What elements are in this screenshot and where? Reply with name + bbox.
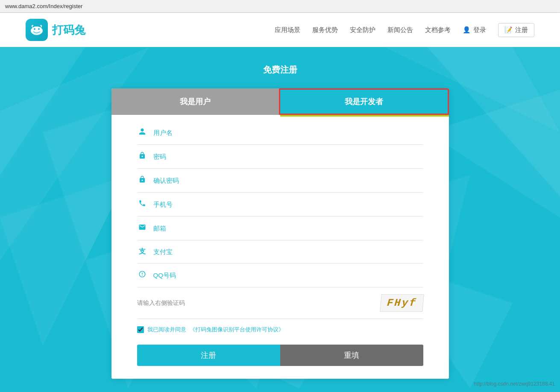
qq-icon bbox=[137, 270, 147, 280]
tab-header: 我是用户 我是开发者 bbox=[111, 88, 449, 115]
user-icon bbox=[137, 128, 147, 137]
password-input[interactable] bbox=[153, 153, 423, 160]
phone-input[interactable] bbox=[153, 201, 423, 208]
nav-security[interactable]: 安全防护 bbox=[350, 26, 375, 34]
register-nav-button[interactable]: 📝 注册 bbox=[498, 23, 534, 37]
main-bg: 免费注册 我是用户 我是开发者 bbox=[0, 47, 560, 392]
person-icon: 👤 bbox=[463, 26, 471, 34]
qq-input[interactable] bbox=[153, 272, 423, 279]
form-body: 支 请输入右侧验证码 FHyf 我已阅读并同意 《打码兔图像识别平台使用许 bbox=[111, 117, 449, 379]
phone-row bbox=[137, 193, 423, 216]
register-nav-icon: 📝 bbox=[504, 26, 513, 34]
alipay-icon: 支 bbox=[137, 247, 147, 256]
register-nav-label: 注册 bbox=[515, 26, 528, 34]
alipay-input[interactable] bbox=[153, 248, 423, 255]
tab-developer[interactable]: 我是开发者 bbox=[279, 88, 449, 115]
registration-card: 我是用户 我是开发者 bbox=[111, 88, 449, 379]
nav-application-scene[interactable]: 应用场景 bbox=[275, 26, 300, 34]
login-button[interactable]: 👤 登录 bbox=[463, 26, 486, 34]
qq-row bbox=[137, 263, 423, 287]
agreement-checkbox[interactable] bbox=[137, 326, 144, 333]
logo-icon bbox=[26, 19, 48, 41]
confirm-password-input[interactable] bbox=[153, 177, 423, 184]
agreement-link[interactable]: 《打码兔图像识别平台使用许可协议》 bbox=[190, 326, 284, 333]
captcha-label: 请输入右侧验证码 bbox=[137, 299, 185, 307]
tab-user[interactable]: 我是用户 bbox=[111, 88, 279, 115]
svg-point-1 bbox=[32, 26, 42, 33]
svg-marker-7 bbox=[0, 175, 128, 346]
url-text: www.dama2.com/Index/register bbox=[5, 3, 82, 9]
logo-text: 打码兔 bbox=[52, 23, 85, 38]
email-row bbox=[137, 216, 423, 240]
captcha-input[interactable] bbox=[191, 299, 375, 307]
phone-icon bbox=[137, 199, 147, 209]
captcha-row: 请输入右侧验证码 FHyf bbox=[137, 287, 423, 319]
username-input[interactable] bbox=[153, 129, 423, 136]
lock-confirm-icon bbox=[137, 176, 147, 185]
username-row bbox=[137, 121, 423, 145]
svg-point-3 bbox=[38, 28, 40, 30]
password-row bbox=[137, 145, 423, 169]
agreement-text: 我已阅读并同意 bbox=[147, 326, 186, 333]
nav-news[interactable]: 新闻公告 bbox=[387, 26, 413, 34]
logo-svg bbox=[29, 22, 44, 38]
reset-button[interactable]: 重填 bbox=[280, 345, 423, 366]
lock-icon bbox=[137, 152, 147, 161]
watermark: http://blog.csdn.net/zwq9123188.41 bbox=[474, 381, 555, 387]
logo-area: 打码兔 bbox=[26, 19, 85, 41]
svg-point-2 bbox=[34, 28, 35, 30]
email-icon bbox=[137, 223, 147, 233]
page-title: 免费注册 bbox=[9, 64, 551, 76]
button-row: 注册 重填 bbox=[137, 345, 423, 366]
address-bar: www.dama2.com/Index/register bbox=[0, 0, 560, 13]
navbar: 打码兔 应用场景 服务优势 安全防护 新闻公告 文档参考 👤 登录 📝 注册 bbox=[0, 13, 560, 47]
login-label: 登录 bbox=[473, 26, 486, 34]
nav-links: 应用场景 服务优势 安全防护 新闻公告 文档参考 👤 登录 📝 注册 bbox=[275, 23, 534, 37]
email-input[interactable] bbox=[153, 225, 423, 232]
nav-docs[interactable]: 文档参考 bbox=[425, 26, 451, 34]
captcha-image[interactable]: FHyf bbox=[380, 294, 424, 312]
register-button[interactable]: 注册 bbox=[137, 345, 280, 366]
confirm-password-row bbox=[137, 169, 423, 193]
nav-service-advantage[interactable]: 服务优势 bbox=[312, 26, 338, 34]
alipay-row: 支 bbox=[137, 240, 423, 263]
agreement-row: 我已阅读并同意 《打码兔图像识别平台使用许可协议》 bbox=[137, 319, 423, 340]
